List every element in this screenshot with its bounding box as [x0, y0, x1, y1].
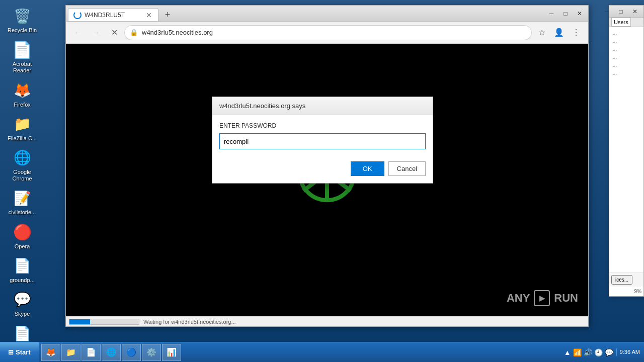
- browser-content: ◀ ▶ ▶ ANY ▶ RUN w4nd3rlu5t.neocities.org…: [66, 44, 588, 316]
- right-panel-action-button[interactable]: ices...: [611, 275, 632, 285]
- tray-clock-icon[interactable]: 🕘: [594, 348, 603, 356]
- taskbar-item-settings[interactable]: ⚙️: [142, 344, 161, 361]
- dialog-header: w4nd3rlu5t.neocities.org says: [212, 97, 433, 115]
- maximize-button[interactable]: □: [559, 9, 572, 19]
- anyrun-suffix: RUN: [554, 292, 578, 305]
- taskbar-right: ▲ 📶 🔊 🕘 💬 9:36 AM: [560, 348, 644, 356]
- browser-window: W4ND3RLU5T ✕ + ─ □ ✕ ← → ✕ 🔒 w4nd3rlu5t.…: [65, 5, 589, 327]
- anyrun-play-icon: ▶: [534, 290, 550, 306]
- handnev-icon[interactable]: 📄 handnev...: [2, 321, 42, 342]
- tab-title: W4ND3RLU5T: [85, 12, 142, 19]
- active-tab[interactable]: W4ND3RLU5T ✕: [68, 8, 158, 21]
- panel-dots-1: ........................: [611, 29, 641, 77]
- taskbar-chrome-icon: 🌐: [106, 347, 116, 357]
- dialog-buttons: OK Cancel: [212, 156, 433, 183]
- tab-loading-spinner: [73, 11, 82, 19]
- reload-button[interactable]: ✕: [106, 25, 122, 41]
- right-panel-maximize[interactable]: □: [614, 7, 627, 17]
- users-tab[interactable]: Users: [611, 18, 631, 27]
- back-button[interactable]: ←: [70, 25, 86, 41]
- dialog-body: ENTER PASSWORD: [212, 115, 433, 156]
- lock-icon: 🔒: [130, 29, 138, 36]
- loading-progress-bar: [69, 319, 139, 325]
- tab-close-button[interactable]: ✕: [145, 10, 153, 20]
- right-panel-controls: ─ □ ✕: [600, 7, 641, 17]
- password-input[interactable]: [219, 133, 426, 149]
- taskbar-firefox-icon: 🦊: [46, 347, 56, 357]
- acrobat-icon[interactable]: 📄 Acrobat Reader: [2, 38, 42, 76]
- taskbar-item-notepad[interactable]: 📄: [82, 344, 101, 361]
- taskbar-antivirus-icon: 🔵: [126, 347, 136, 357]
- account-button[interactable]: 👤: [551, 25, 567, 41]
- nav-bar: ← → ✕ 🔒 w4nd3rlu5t.neocities.org ☆ 👤 ⋮: [66, 22, 588, 44]
- opera-icon[interactable]: 🔴 Opera: [2, 220, 42, 252]
- taskbar: ⊞ Start 🦊 📁 📄 🌐 🔵 ⚙️ 📊 ▲ 📶 🔊 🕘: [0, 342, 644, 362]
- filezilla-icon[interactable]: 📁 FileZilla C...: [2, 112, 42, 144]
- desktop: 🗑️ Recycle Bin 📄 Acrobat Reader 🦊 Firefo…: [0, 0, 644, 342]
- title-bar: W4ND3RLU5T ✕ + ─ □ ✕: [66, 6, 588, 22]
- menu-button[interactable]: ⋮: [568, 25, 584, 41]
- start-label: Start: [16, 348, 31, 356]
- tab-area: W4ND3RLU5T ✕ +: [68, 6, 545, 21]
- chrome-icon[interactable]: 🌐 Google Chrome: [2, 146, 42, 184]
- firefox-icon[interactable]: 🦊 Firefox: [2, 78, 42, 110]
- start-button[interactable]: ⊞ Start: [0, 342, 39, 363]
- taskbar-item-explorer[interactable]: 📁: [61, 344, 80, 361]
- groundp-icon[interactable]: 📄 groundp...: [2, 254, 42, 286]
- toolbar-actions: ☆ 👤 ⋮: [534, 25, 584, 41]
- url-text: w4nd3rlu5t.neocities.org: [142, 29, 525, 36]
- anyrun-watermark: ANY ▶ RUN: [507, 290, 578, 306]
- password-dialog: w4nd3rlu5t.neocities.org says ENTER PASS…: [212, 97, 433, 184]
- taskbar-item-browser[interactable]: 🦊: [41, 344, 60, 361]
- panel-percentage: 9%: [609, 287, 643, 296]
- system-tray: ▲ 📶 🔊 🕘 💬: [564, 348, 613, 356]
- right-panel-content: ........................: [609, 27, 643, 273]
- system-clock[interactable]: 9:36 AM: [616, 348, 640, 355]
- anyrun-text: ANY: [507, 292, 530, 305]
- browser-status-bar: Waiting for w4nd3rlu5t.neocities.org...: [66, 316, 588, 326]
- status-text: Waiting for w4nd3rlu5t.neocities.org...: [143, 319, 236, 325]
- tray-network-icon[interactable]: 📶: [573, 348, 582, 356]
- minimize-button[interactable]: ─: [545, 9, 558, 19]
- bookmark-button[interactable]: ☆: [534, 25, 550, 41]
- right-panel-header: ─ □ ✕: [609, 6, 643, 18]
- taskbar-notepad-icon: 📄: [86, 347, 96, 357]
- address-bar[interactable]: 🔒 w4nd3rlu5t.neocities.org: [124, 25, 532, 40]
- start-icon: ⊞: [8, 348, 14, 356]
- new-tab-button[interactable]: +: [160, 8, 175, 21]
- window-controls: ─ □ ✕: [545, 9, 586, 19]
- tray-volume-icon[interactable]: 🔊: [584, 348, 592, 356]
- dialog-label: ENTER PASSWORD: [219, 122, 426, 129]
- taskbar-cmd-icon: 📊: [167, 347, 177, 357]
- dialog-site-name: w4nd3rlu5t.neocities.org says: [219, 102, 305, 110]
- progress-fill: [69, 319, 90, 324]
- skype-icon[interactable]: 💬 Skype: [2, 288, 42, 319]
- cancel-button[interactable]: Cancel: [388, 161, 426, 176]
- tray-arrow-icon[interactable]: ▲: [564, 348, 571, 356]
- taskbar-item-chrome[interactable]: 🌐: [102, 344, 121, 361]
- ok-button[interactable]: OK: [351, 161, 384, 176]
- taskbar-item-cmd[interactable]: 📊: [162, 344, 181, 361]
- tray-message-icon[interactable]: 💬: [605, 348, 613, 356]
- close-button[interactable]: ✕: [573, 9, 586, 19]
- right-panel-close[interactable]: ✕: [628, 7, 641, 17]
- desktop-icons: 🗑️ Recycle Bin 📄 Acrobat Reader 🦊 Firefo…: [0, 0, 65, 342]
- forward-button[interactable]: →: [88, 25, 104, 41]
- taskbar-settings-icon: ⚙️: [146, 347, 156, 357]
- recycle-bin-icon[interactable]: 🗑️ Recycle Bin: [2, 4, 42, 36]
- taskbar-explorer-icon: 📁: [66, 347, 76, 357]
- taskbar-item-antivirus[interactable]: 🔵: [122, 344, 141, 361]
- clock-time: 9:36 AM: [620, 348, 640, 355]
- civilstories-icon[interactable]: 📝 civilstorie...: [2, 186, 42, 218]
- right-panel-minimize[interactable]: ─: [600, 7, 613, 17]
- right-panel: ─ □ ✕ Users ........................ ice…: [609, 5, 644, 297]
- taskbar-items: 🦊 📁 📄 🌐 🔵 ⚙️ 📊: [39, 343, 560, 362]
